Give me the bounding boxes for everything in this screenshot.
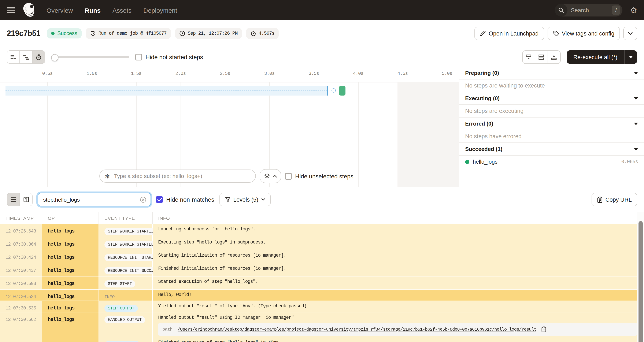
log-list-view-icon[interactable]: [7, 193, 20, 206]
open-in-launchpad-button[interactable]: Open in Launchpad: [474, 27, 544, 40]
op-selector-icon: ✻: [105, 173, 110, 180]
view-tags-config-button[interactable]: View tags and config: [548, 27, 620, 40]
log-row[interactable]: 12:07:30.508hello_logsSTEP_STARTStarted …: [0, 276, 644, 290]
gantt-after-run-end-region: [398, 82, 459, 187]
gear-icon[interactable]: ⚙: [630, 6, 637, 14]
log-timestamp-cell[interactable]: 12:07:30.424: [0, 250, 42, 263]
menu-icon[interactable]: [7, 7, 15, 13]
log-timestamp-cell[interactable]: 12:07:30.437: [0, 263, 42, 276]
log-op-cell: hello_logs: [42, 250, 99, 263]
log-structured-view-icon[interactable]: [20, 193, 32, 206]
log-timestamp-cell[interactable]: 12:07:30.524: [0, 290, 42, 300]
event-type-badge: STEP_WORKER_STARTI…: [104, 228, 157, 235]
nav-item-deployment[interactable]: Deployment: [143, 6, 177, 14]
panel-section-title: Succeeded (1): [465, 146, 634, 152]
log-row[interactable]: 12:07:30.573hello_logsSTEP_SUCCESSFinish…: [0, 337, 644, 342]
clear-filter-icon[interactable]: [140, 196, 146, 203]
log-event-type-cell: STEP_WORKER_STARTI…: [99, 224, 153, 237]
search-placeholder: Search...: [571, 7, 612, 13]
split-even-icon[interactable]: [535, 51, 548, 64]
run-more-actions-button[interactable]: [623, 27, 637, 40]
step-subset-input-wrap: ✻: [99, 170, 256, 183]
header-info: INFO: [153, 212, 644, 224]
log-row[interactable]: 12:07:30.535hello_logsSTEP_OUTPUTYielded…: [0, 301, 644, 312]
reexecute-all-button[interactable]: Re-execute all (*): [566, 50, 624, 64]
collapse-down-icon[interactable]: [522, 51, 535, 64]
panel-step-name: hello_logs: [473, 158, 622, 165]
nav-item-overview[interactable]: Overview: [46, 6, 73, 14]
log-row[interactable]: 12:07:30.562hello_logsHANDLED_OUTPUTHand…: [0, 312, 644, 337]
tag-icon: [553, 30, 559, 36]
checkbox-unchecked-icon[interactable]: [135, 54, 142, 60]
chevron-down-icon: [634, 122, 638, 125]
gantt-zoom-slider[interactable]: [51, 51, 130, 64]
copy-path-icon[interactable]: [542, 326, 546, 332]
log-table: TIMESTAMP OP EVENT TYPE INFO 12:07:26.64…: [0, 212, 644, 342]
event-type-badge: STEP_START: [104, 280, 135, 288]
history-icon: [90, 30, 96, 36]
run-start-time-tag[interactable]: Sep 21, 12:07:26 PM: [175, 28, 242, 39]
log-timestamp-cell[interactable]: 12:07:30.535: [0, 301, 42, 312]
log-info-cell: Hello, world!: [153, 290, 644, 300]
log-row[interactable]: 12:07:30.424hello_logsRESOURCE_INIT_STAR…: [0, 250, 644, 263]
log-info-text: Finished initialization of resources [io…: [158, 266, 644, 271]
panel-step-row[interactable]: hello_logs0.065s: [459, 156, 644, 168]
log-event-type-cell: HANDLED_OUTPUT: [99, 312, 153, 337]
axis-tick-label: 5.0s: [442, 71, 452, 76]
step-subset-input[interactable]: [113, 172, 250, 180]
log-event-type-cell: STEP_WORKER_STARTED: [99, 237, 153, 250]
log-scrollbar[interactable]: [637, 212, 644, 342]
log-timestamp-cell[interactable]: 12:07:30.364: [0, 237, 42, 250]
gantt-step-bar-hello-logs[interactable]: [339, 86, 346, 96]
status-dot-icon: [52, 32, 55, 35]
log-table-header: TIMESTAMP OP EVENT TYPE INFO: [0, 212, 644, 224]
panel-section-header[interactable]: Preparing (0): [459, 67, 644, 80]
metadata-key-label: path: [162, 327, 172, 332]
log-timestamp-cell[interactable]: 12:07:30.562: [0, 312, 42, 337]
output-path-link[interactable]: /Users/erincochran/Desktop/dagster-examp…: [178, 327, 536, 332]
slider-thumb[interactable]: [51, 54, 58, 61]
gantt-chart: 0.5s1.0s1.5s2.0s2.5s3.0s3.5s4.0s4.5s5.0s…: [0, 67, 459, 187]
log-timestamp-cell[interactable]: 12:07:26.643: [0, 224, 42, 237]
view-waterfall-icon[interactable]: [20, 51, 32, 64]
header-event-type: EVENT TYPE: [99, 212, 153, 224]
nav-item-assets[interactable]: Assets: [112, 6, 132, 14]
log-row[interactable]: 12:07:26.643hello_logsSTEP_WORKER_STARTI…: [0, 224, 644, 237]
log-filter-input[interactable]: [42, 196, 136, 203]
log-info-cell: Yielded output "result" of type "Any". (…: [153, 301, 644, 312]
hide-unselected-checkbox[interactable]: Hide unselected steps: [285, 173, 354, 180]
checkbox-checked-icon[interactable]: [156, 196, 163, 203]
global-search-input[interactable]: Search... /: [555, 4, 622, 16]
panel-section-header[interactable]: Executing (0): [459, 92, 644, 105]
scrollbar-thumb[interactable]: [638, 221, 643, 342]
panel-section-header[interactable]: Succeeded (1): [459, 143, 644, 156]
graph-query-toggle-button[interactable]: [260, 169, 281, 183]
copy-url-button[interactable]: Copy URL: [591, 193, 637, 206]
log-info-cell: Finished execution of step "hello_logs" …: [153, 337, 644, 342]
run-of-tag[interactable]: Run of demo_job @ 4f105077: [86, 28, 170, 39]
reexecute-split-button: Re-execute all (*): [566, 50, 637, 64]
hide-not-started-checkbox[interactable]: Hide not started steps: [135, 54, 203, 60]
view-timing-icon[interactable]: [32, 51, 45, 64]
run-duration-tag[interactable]: 4.567s: [246, 28, 279, 39]
log-row[interactable]: 12:07:30.524hello_logsINFOHello, world!: [0, 290, 644, 301]
log-timestamp-cell[interactable]: 12:07:30.508: [0, 276, 42, 289]
log-row[interactable]: 12:07:30.364hello_logsSTEP_WORKER_STARTE…: [0, 237, 644, 250]
nav-item-runs[interactable]: Runs: [85, 6, 101, 14]
hide-non-matches-checkbox[interactable]: Hide non-matches: [156, 196, 214, 203]
view-flat-icon[interactable]: [7, 51, 20, 64]
log-row[interactable]: 12:07:30.437hello_logsRESOURCE_INIT_SUCC…: [0, 263, 644, 276]
reexecute-options-button[interactable]: [624, 50, 637, 64]
search-icon: [555, 4, 568, 16]
panel-section-title: Preparing (0): [465, 70, 634, 76]
checkbox-unchecked-icon[interactable]: [285, 173, 292, 180]
dagster-logo-icon[interactable]: [21, 2, 37, 18]
panel-section-header[interactable]: Errored (0): [459, 118, 644, 130]
top-nav: Overview Runs Assets Deployment Search..…: [0, 0, 644, 20]
clipboard-icon: [597, 196, 602, 203]
gantt-section: 0.5s1.0s1.5s2.0s2.5s3.0s3.5s4.0s4.5s5.0s…: [0, 67, 644, 187]
log-op-cell: hello_logs: [42, 237, 99, 250]
expand-up-icon[interactable]: [548, 51, 560, 64]
levels-dropdown-button[interactable]: Levels (5): [219, 193, 270, 206]
log-timestamp-cell[interactable]: 12:07:30.573: [0, 337, 42, 342]
